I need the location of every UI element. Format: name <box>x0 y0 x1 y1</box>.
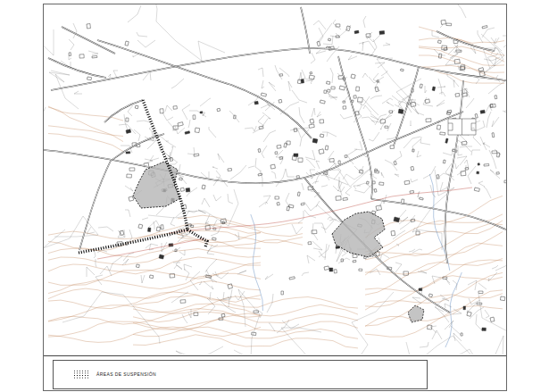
legend-box: ÁREAS DE SUSPENSIÓN <box>53 360 428 389</box>
bottom-strip: ÁREAS DE SUSPENSIÓN A LARACHA DOCUMENTO … <box>44 356 506 390</box>
legend-label: ÁREAS DE SUSPENSIÓN <box>96 371 156 377</box>
suspension-band <box>79 229 187 253</box>
map-canvas <box>44 4 506 354</box>
legend-entry: ÁREAS DE SUSPENSIÓN <box>73 368 156 380</box>
plan-sheet: ÁREAS DE SUSPENSIÓN A LARACHA DOCUMENTO … <box>43 4 507 391</box>
map-frame <box>44 4 506 356</box>
suspension-area-swatch <box>73 370 90 379</box>
